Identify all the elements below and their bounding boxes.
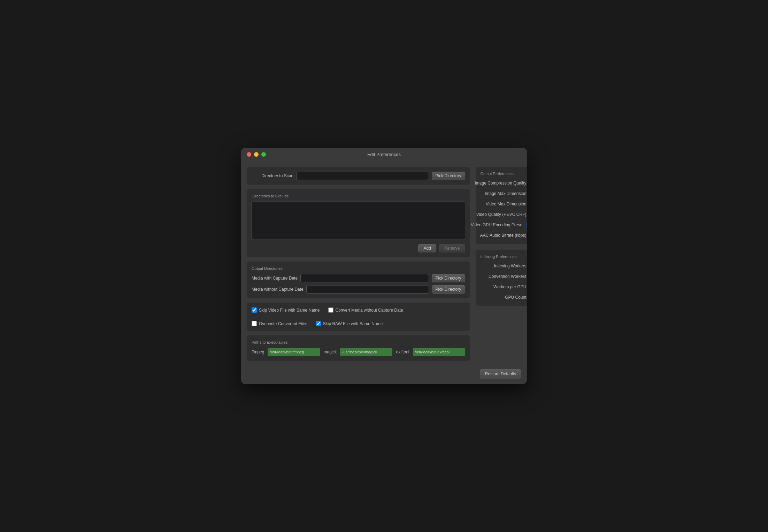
ffmpeg-label: ffmpeg (252, 350, 264, 354)
aac-audio-label: AAC Audio Bitrate (kbps) (480, 233, 527, 238)
executables-section: Paths to Executables ffmpeg magick exift… (247, 335, 470, 361)
aac-audio-row: AAC Audio Bitrate (kbps) ▲ ▼ (481, 232, 527, 239)
traffic-lights (247, 152, 266, 157)
checkboxes-section: Skip Video File with Same Name Convert M… (247, 303, 470, 331)
exiftool-label: exiftool (396, 350, 409, 354)
directory-scan-pick-btn[interactable]: Pick Directory (432, 172, 465, 180)
image-max-dim-label: Image Max Dimension (481, 191, 527, 196)
without-capture-label: Media without Capture Date (252, 287, 304, 292)
minimize-button[interactable] (254, 152, 259, 157)
gpu-count-label: GPU Count (481, 295, 527, 300)
maximize-button[interactable] (261, 152, 266, 157)
checkbox-grid: Skip Video File with Same Name Convert M… (252, 307, 465, 326)
executables-grid: ffmpeg magick exiftool (252, 348, 465, 356)
without-capture-input[interactable] (306, 285, 429, 294)
workers-per-gpu-row: Workers per GPU ▲ ▼ (481, 283, 527, 291)
exclude-btn-row: Add Remove (252, 244, 465, 252)
skip-raw-label: Skip RAW File with Same Name (323, 321, 383, 326)
directory-scan-section: Directory to Scan Pick Directory (247, 167, 470, 185)
with-capture-pick-btn[interactable]: Pick Directory (432, 274, 465, 282)
workers-per-gpu-label: Workers per GPU (481, 284, 527, 289)
output-prefs-label: Output Preferences (481, 172, 527, 176)
left-panel: Directory to Scan Pick Directory Directo… (247, 167, 470, 361)
add-button[interactable]: Add (418, 244, 436, 252)
directories-exclude-label: Directories to Exclude (252, 194, 465, 198)
overwrite-checkbox-item: Overwrite Converted Files (252, 321, 307, 326)
executables-label: Paths to Executables (252, 340, 465, 344)
with-capture-label: Media with Capture Date (252, 276, 298, 281)
with-capture-input[interactable] (300, 274, 429, 282)
overwrite-label: Overwrite Converted Files (259, 321, 307, 326)
video-gpu-label: Video GPU Encoding Preset (471, 222, 523, 227)
directory-scan-label: Directory to Scan (252, 173, 293, 178)
convert-without-capture-checkbox[interactable] (328, 307, 333, 313)
restore-defaults-button[interactable]: Restore Defaults (480, 369, 521, 378)
overwrite-checkbox[interactable] (252, 321, 257, 326)
output-prefs-section: Output Preferences Image Compression Qua… (476, 167, 527, 244)
conversion-workers-label: Conversion Workers (481, 274, 527, 279)
close-button[interactable] (247, 152, 251, 157)
preferences-window: Edit Preferences Directory to Scan Pick … (241, 148, 527, 384)
output-directories-label: Output Directories (252, 266, 465, 271)
exiftool-input[interactable] (413, 348, 465, 356)
window-content: Directory to Scan Pick Directory Directo… (241, 161, 527, 367)
video-max-dim-row: Video Max Dimension ▲ ▼ (481, 200, 527, 208)
gpu-count-row: GPU Count ▲ ▼ (481, 294, 527, 301)
skip-video-checkbox-item: Skip Video File with Same Name (252, 307, 320, 313)
image-compression-row: Image Compression Quality ▲ ▼ (481, 179, 527, 187)
directory-scan-input[interactable] (296, 172, 429, 180)
directories-exclude-textarea[interactable] (252, 202, 465, 240)
with-capture-row: Media with Capture Date Pick Directory (252, 274, 465, 282)
indexing-workers-label: Indexing Workers (481, 264, 527, 268)
conversion-workers-row: Conversion Workers ▲ ▼ (481, 273, 527, 280)
directory-scan-row: Directory to Scan Pick Directory (252, 172, 465, 180)
image-max-dim-row: Image Max Dimension ▲ ▼ (481, 190, 527, 197)
skip-raw-checkbox[interactable] (316, 321, 321, 326)
directories-exclude-section: Directories to Exclude Add Remove (247, 189, 470, 257)
video-quality-row: Video Quality (HEVC CRF) ▲ ▼ (481, 211, 527, 218)
indexing-prefs-label: Indexing Preferences (481, 255, 527, 259)
magick-input[interactable] (340, 348, 392, 356)
video-gpu-select[interactable]: fast medium slow ultrafast superfast ver… (527, 221, 527, 229)
convert-without-capture-label: Convert Media without Capture Date (336, 308, 403, 313)
title-bar: Edit Preferences (241, 148, 527, 161)
output-directories-section: Output Directories Media with Capture Da… (247, 261, 470, 298)
window-title: Edit Preferences (367, 152, 401, 157)
video-max-dim-label: Video Max Dimension (481, 202, 527, 206)
bottom-row: Restore Defaults (241, 367, 527, 384)
without-capture-row: Media without Capture Date Pick Director… (252, 285, 465, 294)
indexing-workers-row: Indexing Workers ▲ ▼ (481, 262, 527, 270)
convert-without-capture-checkbox-item: Convert Media without Capture Date (328, 307, 403, 313)
remove-button[interactable]: Remove (439, 244, 465, 252)
skip-raw-checkbox-item: Skip RAW File with Same Name (316, 321, 383, 326)
ffmpeg-input[interactable] (268, 348, 320, 356)
without-capture-pick-btn[interactable]: Pick Directory (432, 285, 465, 294)
skip-video-checkbox[interactable] (252, 307, 257, 313)
indexing-prefs-section: Indexing Preferences Indexing Workers ▲ … (476, 250, 527, 306)
magick-label: magick (323, 350, 337, 354)
image-compression-label: Image Compression Quality (475, 181, 526, 186)
video-gpu-row: Video GPU Encoding Preset fast medium sl… (481, 221, 527, 229)
right-panel: Output Preferences Image Compression Qua… (476, 167, 527, 361)
video-quality-label: Video Quality (HEVC CRF) (476, 212, 527, 217)
skip-video-label: Skip Video File with Same Name (259, 308, 320, 313)
